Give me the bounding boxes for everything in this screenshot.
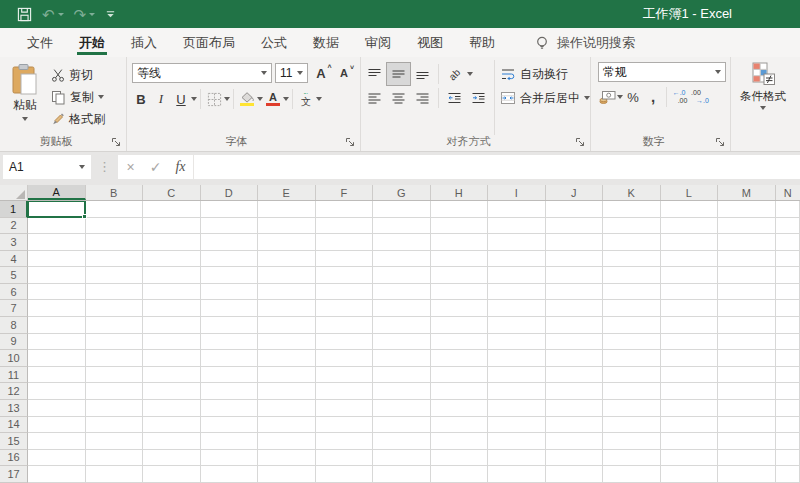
phonetic-guide-button[interactable]: ˇˋ文: [296, 88, 316, 110]
cell-G14[interactable]: [373, 417, 431, 434]
cell-D9[interactable]: [201, 334, 259, 351]
cell-A17[interactable]: [28, 466, 86, 483]
number-format-combo[interactable]: 常规: [598, 62, 726, 82]
cell-E5[interactable]: [258, 267, 316, 284]
cell-D3[interactable]: [201, 234, 259, 251]
cell-J16[interactable]: [546, 450, 604, 467]
cell-N4[interactable]: [776, 251, 800, 268]
cell-C16[interactable]: [143, 450, 201, 467]
cell-B12[interactable]: [86, 383, 144, 400]
cell-E15[interactable]: [258, 433, 316, 450]
undo-button[interactable]: ↶: [37, 2, 69, 26]
cell-K6[interactable]: [603, 284, 661, 301]
cell-H13[interactable]: [431, 400, 489, 417]
cell-M11[interactable]: [718, 367, 776, 384]
cell-A11[interactable]: [28, 367, 86, 384]
cell-M10[interactable]: [718, 350, 776, 367]
cell-D7[interactable]: [201, 300, 259, 317]
cell-B8[interactable]: [86, 317, 144, 334]
underline-button[interactable]: U: [171, 88, 191, 110]
row-header-3[interactable]: 3: [0, 234, 28, 251]
cell-E17[interactable]: [258, 466, 316, 483]
cell-J9[interactable]: [546, 334, 604, 351]
cell-A2[interactable]: [28, 218, 86, 235]
cell-M3[interactable]: [718, 234, 776, 251]
cell-D10[interactable]: [201, 350, 259, 367]
cell-J15[interactable]: [546, 433, 604, 450]
cell-D8[interactable]: [201, 317, 259, 334]
row-header-4[interactable]: 4: [0, 251, 28, 268]
decrease-font-size-button[interactable]: A˅: [334, 62, 354, 84]
cell-A5[interactable]: [28, 267, 86, 284]
alignment-dialog-launcher[interactable]: [575, 137, 586, 148]
cell-L5[interactable]: [661, 267, 719, 284]
merge-center-button[interactable]: 合并后居中: [500, 87, 590, 109]
cell-L10[interactable]: [661, 350, 719, 367]
align-center-button[interactable]: [387, 87, 410, 109]
cell-B9[interactable]: [86, 334, 144, 351]
cell-M14[interactable]: [718, 417, 776, 434]
cell-L7[interactable]: [661, 300, 719, 317]
row-header-8[interactable]: 8: [0, 317, 28, 334]
cell-E12[interactable]: [258, 383, 316, 400]
row-header-2[interactable]: 2: [0, 218, 28, 235]
cell-I12[interactable]: [488, 383, 546, 400]
bold-button[interactable]: B: [131, 88, 151, 110]
cell-C5[interactable]: [143, 267, 201, 284]
cell-G2[interactable]: [373, 218, 431, 235]
column-header-L[interactable]: L: [661, 185, 719, 200]
cell-J10[interactable]: [546, 350, 604, 367]
cell-F10[interactable]: [316, 350, 374, 367]
cell-K7[interactable]: [603, 300, 661, 317]
cell-L11[interactable]: [661, 367, 719, 384]
cell-A16[interactable]: [28, 450, 86, 467]
tab-view[interactable]: 视图: [404, 28, 456, 57]
cell-M2[interactable]: [718, 218, 776, 235]
cell-I15[interactable]: [488, 433, 546, 450]
cell-G9[interactable]: [373, 334, 431, 351]
cell-C4[interactable]: [143, 251, 201, 268]
cell-E4[interactable]: [258, 251, 316, 268]
cell-E11[interactable]: [258, 367, 316, 384]
cell-B17[interactable]: [86, 466, 144, 483]
cell-L17[interactable]: [661, 466, 719, 483]
font-color-button[interactable]: A: [263, 88, 283, 110]
cell-L15[interactable]: [661, 433, 719, 450]
row-header-6[interactable]: 6: [0, 284, 28, 301]
cell-H12[interactable]: [431, 383, 489, 400]
cell-H4[interactable]: [431, 251, 489, 268]
cell-I1[interactable]: [488, 201, 546, 218]
conditional-formatting-button[interactable]: 条件格式: [735, 60, 791, 135]
cell-D15[interactable]: [201, 433, 259, 450]
cell-K1[interactable]: [603, 201, 661, 218]
increase-decimal-button[interactable]: ←.0 .00: [670, 86, 690, 108]
row-header-1[interactable]: 1: [0, 201, 28, 218]
cell-F13[interactable]: [316, 400, 374, 417]
cell-E8[interactable]: [258, 317, 316, 334]
cell-A15[interactable]: [28, 433, 86, 450]
redo-button[interactable]: ↷: [69, 2, 101, 26]
cell-I4[interactable]: [488, 251, 546, 268]
cell-G4[interactable]: [373, 251, 431, 268]
cell-L9[interactable]: [661, 334, 719, 351]
cell-B13[interactable]: [86, 400, 144, 417]
cell-F17[interactable]: [316, 466, 374, 483]
save-button[interactable]: [12, 2, 37, 26]
cell-K8[interactable]: [603, 317, 661, 334]
cell-H10[interactable]: [431, 350, 489, 367]
cell-B1[interactable]: [86, 201, 144, 218]
cell-J13[interactable]: [546, 400, 604, 417]
cell-F8[interactable]: [316, 317, 374, 334]
cell-I17[interactable]: [488, 466, 546, 483]
row-header-7[interactable]: 7: [0, 300, 28, 317]
cell-E16[interactable]: [258, 450, 316, 467]
cell-A13[interactable]: [28, 400, 86, 417]
cell-A7[interactable]: [28, 300, 86, 317]
row-header-12[interactable]: 12: [0, 383, 28, 400]
cell-F7[interactable]: [316, 300, 374, 317]
cell-H14[interactable]: [431, 417, 489, 434]
cell-F9[interactable]: [316, 334, 374, 351]
cell-I8[interactable]: [488, 317, 546, 334]
cell-M6[interactable]: [718, 284, 776, 301]
tab-insert[interactable]: 插入: [118, 28, 170, 57]
